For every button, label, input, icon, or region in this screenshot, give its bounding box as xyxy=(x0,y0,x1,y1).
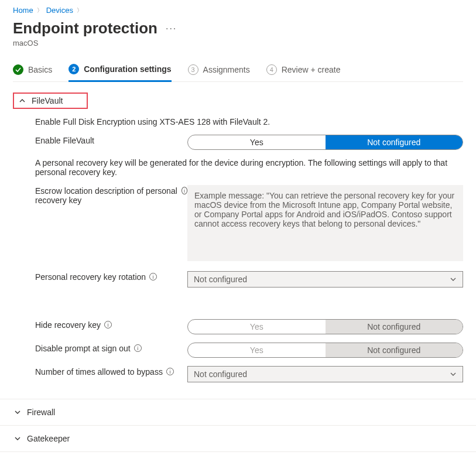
step-basics[interactable]: Basics xyxy=(13,64,52,81)
option-not-configured[interactable]: Not configured xyxy=(326,343,463,357)
hide-recovery-key-label: Hide recovery key i xyxy=(35,319,187,330)
step-label: Basics xyxy=(28,65,52,74)
info-icon[interactable]: i xyxy=(182,187,187,194)
step-number-icon: 4 xyxy=(266,64,277,75)
escrow-location-label: Escrow location description of personal … xyxy=(35,185,187,205)
step-number-icon: 3 xyxy=(188,64,198,75)
section-header-gatekeeper[interactable]: Gatekeeper xyxy=(13,426,463,451)
breadcrumb: Home 〉 Devices 〉 xyxy=(13,6,463,15)
option-yes[interactable]: Yes xyxy=(188,135,326,149)
bypass-select[interactable]: Not configured xyxy=(187,366,463,382)
info-icon[interactable]: i xyxy=(166,368,174,375)
breadcrumb-devices[interactable]: Devices xyxy=(46,6,73,15)
breadcrumb-home[interactable]: Home xyxy=(13,6,33,15)
step-number-icon: 2 xyxy=(69,64,79,74)
option-not-configured[interactable]: Not configured xyxy=(326,320,463,334)
filevault-intro: Enable Full Disk Encryption using XTS-AE… xyxy=(35,117,463,126)
info-icon[interactable]: i xyxy=(104,321,112,328)
hide-recovery-key-toggle[interactable]: Yes Not configured xyxy=(187,319,463,334)
section-title: Firewall xyxy=(27,408,55,417)
option-yes[interactable]: Yes xyxy=(188,320,326,334)
chevron-down-icon xyxy=(14,409,21,416)
section-title: FileVault xyxy=(32,96,63,105)
step-label: Configuration settings xyxy=(84,64,171,74)
enable-filevault-label: Enable FileVault xyxy=(35,135,187,145)
chevron-down-icon xyxy=(14,435,21,442)
select-value: Not configured xyxy=(194,369,247,379)
chevron-up-icon xyxy=(19,97,26,104)
chevron-down-icon xyxy=(450,276,457,283)
step-review-create[interactable]: 4 Review + create xyxy=(266,64,341,81)
info-icon[interactable]: i xyxy=(149,273,157,280)
wizard-steps: Basics 2 Configuration settings 3 Assign… xyxy=(13,64,463,82)
enable-filevault-toggle[interactable]: Yes Not configured xyxy=(187,135,463,150)
step-assignments[interactable]: 3 Assignments xyxy=(188,64,250,81)
chevron-right-icon: 〉 xyxy=(37,6,43,15)
page-title: Endpoint protection xyxy=(13,19,157,37)
rotation-select[interactable]: Not configured xyxy=(187,271,463,288)
info-icon[interactable]: i xyxy=(134,344,142,352)
check-icon xyxy=(13,64,23,75)
disable-prompt-toggle[interactable]: Yes Not configured xyxy=(187,343,463,358)
step-configuration-settings[interactable]: 2 Configuration settings xyxy=(69,64,171,82)
step-label: Assignments xyxy=(203,65,250,74)
step-label: Review + create xyxy=(282,65,341,74)
section-title: Gatekeeper xyxy=(27,434,70,443)
rotation-label: Personal recovery key rotation i xyxy=(35,271,187,282)
section-header-filevault[interactable]: FileVault xyxy=(13,93,88,109)
select-value: Not configured xyxy=(194,275,247,284)
recovery-key-description: A personal recovery key will be generate… xyxy=(35,158,463,177)
more-actions-button[interactable]: ··· xyxy=(166,23,177,34)
disable-prompt-label: Disable prompt at sign out i xyxy=(35,343,187,353)
section-header-firewall[interactable]: Firewall xyxy=(13,399,463,425)
option-yes[interactable]: Yes xyxy=(188,343,326,357)
option-not-configured[interactable]: Not configured xyxy=(326,135,463,149)
chevron-right-icon: 〉 xyxy=(77,6,83,15)
page-subtitle: macOS xyxy=(13,39,463,47)
chevron-down-icon xyxy=(450,371,457,378)
bypass-label: Number of times allowed to bypass i xyxy=(35,366,187,377)
escrow-location-textarea[interactable] xyxy=(187,185,463,261)
